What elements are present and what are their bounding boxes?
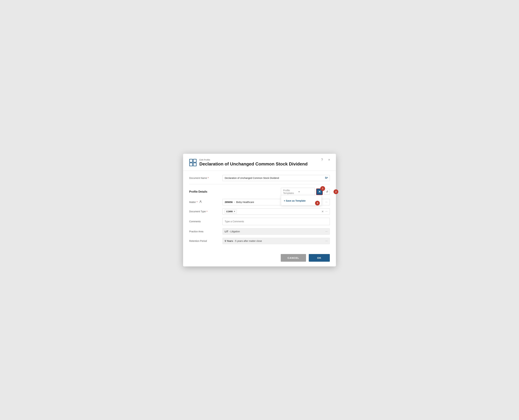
cancel-button[interactable]: CANCEL (281, 254, 306, 262)
doc-type-clear-button[interactable]: ✕ (321, 210, 324, 213)
matter-person-icon (199, 200, 202, 204)
document-name-label: Document Name * (189, 176, 220, 179)
edit-profile-label: Edit Profile (199, 158, 330, 161)
badge-1: 1 (320, 186, 325, 191)
matter-dash: - (234, 201, 235, 203)
tag-close-button[interactable]: ✕ (234, 210, 235, 213)
document-type-field[interactable]: CORR ✕ ✕ ··· (222, 208, 330, 215)
document-type-label: Document Type * (189, 210, 220, 213)
retention-period-row: Retention Period 5 Years - 5 years after… (189, 238, 330, 244)
practice-area-value: LIT - Litigation (225, 230, 240, 233)
close-button[interactable]: × (326, 157, 332, 163)
matter-required-star: * (197, 201, 198, 203)
matter-number: 265656 (225, 201, 233, 203)
retention-period-value: 5 Years - 5 years after matter close (225, 240, 262, 242)
profile-template-area: Profile Templates ▾ ✕ 1 ↺ (281, 188, 330, 196)
dialog-body: Document Name * Profile Detai (183, 171, 336, 251)
matter-more-button[interactable]: ··· (325, 201, 328, 204)
practice-area-field: LIT - Litigation ··· (222, 228, 330, 235)
retention-more-button[interactable]: ··· (325, 240, 328, 242)
retention-period-field: 5 Years - 5 years after matter close ··· (222, 238, 330, 244)
matter-name: Bixby Healthcare (236, 201, 254, 203)
tag-label: CORR (226, 210, 233, 213)
header-actions: ? × (319, 157, 332, 163)
svg-rect-6 (325, 177, 326, 177)
svg-rect-4 (325, 178, 327, 179)
dialog-logo-icon (189, 159, 197, 167)
practice-area-rest: - Litigation (228, 230, 240, 233)
practice-area-more-button[interactable]: ··· (325, 230, 328, 233)
chevron-down-icon: ▾ (298, 191, 313, 193)
required-star: * (208, 176, 209, 179)
document-name-edit-icon[interactable] (325, 176, 328, 180)
dialog-title: Declaration of Unchanged Common Stock Di… (199, 161, 330, 167)
svg-rect-3 (193, 163, 196, 166)
practice-area-label: Practice Area (189, 230, 220, 233)
clear-btn-wrapper: ✕ 1 (316, 188, 323, 195)
refresh-icon: ↺ (326, 190, 328, 193)
svg-rect-5 (325, 178, 327, 178)
comments-row: Comments (189, 218, 330, 225)
profile-details-title: Profile Details (189, 190, 207, 193)
svg-rect-0 (190, 159, 193, 162)
practice-area-bold: LIT (225, 230, 228, 233)
refresh-button[interactable]: ↺ (324, 189, 330, 195)
comments-input[interactable] (222, 218, 330, 225)
document-name-input[interactable] (222, 175, 330, 181)
x-icon: ✕ (318, 190, 321, 194)
retention-rest: - 5 years after matter close (233, 240, 262, 242)
help-button[interactable]: ? (319, 157, 325, 163)
retention-bold: 5 Years (225, 240, 233, 242)
document-type-row: Document Type * CORR ✕ ✕ ··· (189, 208, 330, 215)
tag-field-actions: ✕ ··· (321, 210, 328, 213)
dialog-header: Edit Profile Declaration of Unchanged Co… (183, 154, 336, 171)
retention-period-label: Retention Period (189, 240, 220, 242)
template-dropdown-popup: + Save as Template 3 (281, 195, 322, 205)
badge-2: 2 (334, 189, 338, 194)
svg-rect-1 (193, 159, 196, 162)
doc-type-required-star: * (206, 210, 207, 213)
divider (189, 184, 330, 184)
document-name-row: Document Name * (189, 175, 330, 181)
profile-details-header: Profile Details Profile Templates ▾ ✕ 1 … (189, 188, 330, 196)
comments-label: Comments (189, 220, 220, 223)
ok-button[interactable]: OK (309, 254, 330, 262)
matter-label: Matter * (189, 200, 220, 204)
practice-area-row: Practice Area LIT - Litigation ··· (189, 228, 330, 235)
document-name-input-wrapper (222, 175, 330, 181)
dialog-footer: CANCEL OK (183, 251, 336, 266)
corr-tag: CORR ✕ (225, 210, 237, 213)
badge-3: 3 (315, 201, 320, 205)
svg-rect-2 (190, 163, 193, 166)
profile-templates-dropdown[interactable]: Profile Templates ▾ (281, 188, 315, 196)
doc-type-more-button[interactable]: ··· (325, 210, 328, 213)
edit-profile-dialog: Edit Profile Declaration of Unchanged Co… (183, 154, 336, 266)
